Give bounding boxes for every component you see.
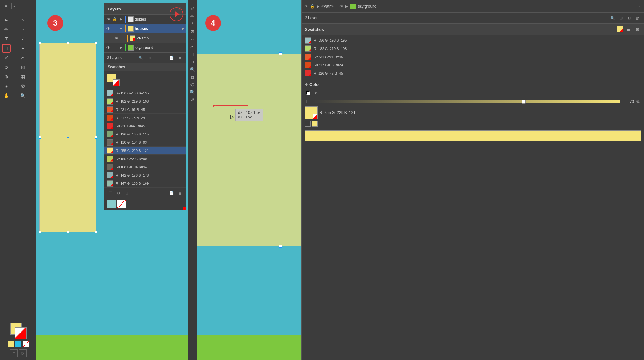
eye-icon[interactable]: 👁 (114, 36, 119, 41)
stroke-color-mini[interactable] (15, 341, 21, 347)
fill-color-mini[interactable] (8, 341, 14, 347)
cmyk-icon[interactable] (305, 121, 311, 127)
rt-reflect[interactable]: ↔ (190, 37, 194, 42)
color-icon-pair[interactable] (305, 90, 311, 96)
swatch-row[interactable]: R=182 G=219 B=108 (104, 97, 186, 105)
background-color[interactable] (15, 327, 27, 339)
play-button[interactable] (170, 7, 183, 21)
right-search-icon[interactable]: 🔍 (609, 15, 616, 21)
smooth-tool[interactable]: ~ (19, 25, 27, 34)
line-tool[interactable]: / (19, 34, 27, 43)
rotate-tool[interactable]: ↺ (2, 63, 11, 72)
swatch-row[interactable]: R=126 G=165 B=115 (104, 130, 186, 138)
right-list-view[interactable]: ☰ (625, 26, 632, 33)
eye-icon[interactable]: 👁 (106, 26, 111, 31)
delete-swatch-icon[interactable]: 🗑 (176, 189, 183, 196)
expand-icon-2[interactable]: ▶ (345, 4, 348, 9)
rt-pencil[interactable]: ✐ (190, 6, 194, 11)
color-swatch-pair[interactable] (10, 323, 27, 339)
right-options-icon[interactable]: ⊞ (617, 15, 624, 21)
swatch-row[interactable]: R=156 G=193 B=195 (104, 89, 186, 97)
main-swatch-icon[interactable] (107, 74, 120, 86)
canvas-right-rect[interactable] (191, 54, 301, 246)
slider-thumb-t[interactable] (522, 100, 526, 104)
layer-options-icon[interactable]: ▶ (182, 27, 185, 30)
swatch-list-icon[interactable]: ☰ (107, 189, 114, 196)
zoom-tool[interactable]: 🔍 (19, 91, 27, 100)
eye-icon[interactable]: 👁 (106, 17, 111, 22)
direct-select-tool[interactable]: ↖ (19, 15, 27, 24)
brush-tool[interactable]: ✦ (19, 44, 27, 53)
pen-tool[interactable]: ✏ (2, 25, 11, 34)
right-swatch-row[interactable]: R=226 G=47 B=45 (303, 69, 643, 77)
close-button[interactable]: × (3, 3, 9, 9)
rgb-icon[interactable] (312, 121, 318, 127)
rt-line[interactable]: / (192, 21, 193, 27)
rt-scissors[interactable]: ✂ (190, 44, 194, 49)
layer-skyground[interactable]: 👁 ▶ sky/ground (104, 43, 186, 52)
new-swatch-icon[interactable]: 📄 (168, 189, 175, 196)
rt-distort[interactable]: ⊿ (190, 59, 194, 64)
blend-tool[interactable]: ⊕ (2, 72, 11, 81)
collapse-button[interactable]: « (11, 3, 17, 9)
hand-tool[interactable]: ✋ (2, 91, 11, 100)
right-swatch-row[interactable]: R=156 G=193 B=195 (303, 36, 643, 45)
rt-eyedrop[interactable]: ✆ (190, 82, 194, 87)
right-delete-icon[interactable]: 🗑 (634, 15, 641, 21)
type-tool[interactable]: T (2, 34, 11, 43)
stroke-icon[interactable]: ◎ (19, 349, 27, 357)
color-preview-container[interactable] (305, 106, 318, 119)
scissors-tool[interactable]: ✂ (19, 53, 27, 62)
search-icon[interactable]: 🔍 (137, 54, 144, 61)
rt-square[interactable]: □ (191, 52, 194, 57)
expand-icon[interactable]: ▼ (118, 26, 123, 31)
eye-icon[interactable]: 👁 (106, 45, 111, 50)
options-icon[interactable]: ⊞ (146, 54, 152, 61)
canvas-left-rect[interactable] (39, 43, 96, 232)
right-swatch-row[interactable]: R=217 G=73 B=24 (303, 61, 643, 69)
swatch-row[interactable]: R=226 G=47 B=45 (104, 122, 186, 130)
color-strip[interactable] (305, 130, 641, 141)
right-grid-view[interactable]: ⊞ (634, 26, 641, 33)
none-mini[interactable] (23, 341, 29, 347)
right-swatch-row[interactable]: R=231 G=91 B=45 (303, 53, 643, 61)
rt-search[interactable]: 🔍 (190, 90, 195, 95)
swatch-row[interactable]: R=110 G=104 B=93 (104, 138, 186, 147)
select-tool[interactable]: ▸ (2, 15, 11, 24)
layer-path[interactable]: 👁 <Path> (104, 33, 186, 43)
slider-track-t[interactable] (313, 100, 620, 103)
expand-icon[interactable]: ▶ (118, 17, 123, 22)
swatch-row[interactable]: R=142 G=176 B=178 (104, 171, 186, 179)
expand-icon[interactable]: ▶ (317, 4, 319, 9)
swatch-libraries-icon[interactable]: ⚙ (115, 189, 122, 196)
swatch-row[interactable]: R=147 G=188 B=169 (104, 179, 186, 188)
eyedropper-tool[interactable]: ✆ (19, 82, 27, 91)
rt-chart[interactable]: ▦ (190, 75, 194, 80)
swatch-row[interactable]: R=185 G=205 B=90 (104, 155, 186, 163)
rt-zoom[interactable]: 🔍 (190, 67, 195, 72)
layer-houses[interactable]: 👁 ▼ houses ▶ (104, 24, 186, 33)
swatch-row[interactable]: R=231 G=91 B=45 (104, 105, 186, 114)
swatch-row[interactable]: R=255 G=229 B=121 (104, 147, 186, 155)
right-options-2[interactable]: ○ (639, 4, 641, 9)
right-options[interactable]: ○ (635, 4, 637, 9)
lock-icon[interactable]: 🔒 (112, 17, 117, 22)
swatch-row[interactable]: R=217 G=73 B=24 (104, 114, 186, 122)
new-layer-icon[interactable]: 📄 (168, 54, 175, 61)
swatch-row[interactable]: R=108 G=104 B=94 (104, 163, 186, 171)
graph-tool[interactable]: ▦ (19, 72, 27, 81)
rt-brush[interactable]: ✏ (190, 14, 194, 19)
extra-swatch-none[interactable] (117, 200, 126, 208)
reset-icon[interactable]: ↺ (313, 90, 319, 96)
right-swatch-main[interactable] (617, 26, 623, 32)
gradient-tool[interactable]: ◈ (2, 82, 11, 91)
eye-icon-2[interactable]: 👁 (339, 4, 343, 9)
fill-icon[interactable]: □ (10, 349, 18, 357)
rt-transform[interactable]: ⊠ (190, 29, 194, 34)
right-layout-icon[interactable]: ⊟ (626, 15, 633, 21)
delete-layer-icon[interactable]: 🗑 (176, 54, 183, 61)
extra-swatch-1[interactable] (107, 200, 116, 208)
pencil-tool[interactable]: ✐ (2, 53, 11, 62)
rectangle-tool[interactable]: □ (2, 44, 11, 53)
lock-icon[interactable]: 🔒 (310, 4, 315, 9)
